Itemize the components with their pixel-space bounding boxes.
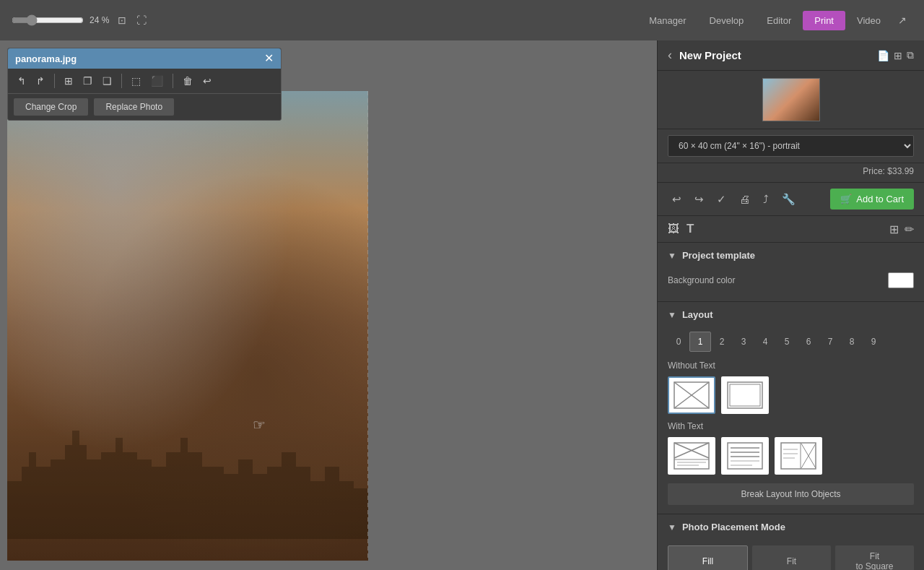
layout-text3-icon (780, 442, 816, 470)
without-text-options (668, 373, 914, 417)
canvas-area[interactable]: panorama.jpg ✕ ↰ ↱ ⊞ ❐ ❑ ⬚ ⬛ 🗑 ↩ Change … (0, 40, 657, 570)
tab-manager[interactable]: Manager (637, 11, 697, 30)
placement-fit-button[interactable]: Fit (752, 545, 831, 570)
cart-icon: 🛒 (840, 194, 852, 204)
delete-icon[interactable]: 🗑 (179, 73, 196, 89)
layout-num-6[interactable]: 6 (798, 332, 819, 352)
photo-panel-header: panorama.jpg ✕ (8, 48, 281, 69)
tab-develop[interactable]: Develop (698, 11, 756, 30)
layout-option-text-1[interactable] (668, 437, 715, 475)
check-icon[interactable]: ✓ (712, 191, 731, 208)
bg-color-swatch[interactable] (888, 272, 914, 288)
sidebar-toolbar: ↩ ↪ ✓ 🖨 ⤴ 🔧 🛒 Add to Cart (658, 183, 924, 216)
fill-icon[interactable]: ⬛ (147, 73, 167, 89)
tab-print[interactable]: Print (803, 11, 845, 30)
layout-num-7[interactable]: 7 (819, 332, 841, 352)
tool-right-icons: ⊞ ✏ (889, 223, 914, 236)
external-link-icon[interactable]: ↗ (892, 11, 912, 30)
layout-option-full-selected[interactable] (668, 376, 715, 414)
project-template-header[interactable]: ▼ Project template (658, 243, 924, 268)
rotate-right-icon[interactable]: ↱ (32, 73, 48, 89)
redo-sidebar-icon[interactable]: ↪ (690, 191, 708, 208)
layout-num-0[interactable]: 0 (668, 332, 689, 352)
zoom-slider[interactable] (12, 14, 84, 26)
back-button[interactable]: ‹ (668, 48, 672, 63)
duplicate-icon[interactable]: ⧉ (907, 49, 914, 61)
bg-color-label: Background color (668, 275, 881, 285)
photo-panel-actions: Change Crop Replace Photo (8, 94, 281, 120)
top-bar: 24 % ⊡ ⛶ Manager Develop Editor Print Vi… (0, 0, 924, 40)
layout-option-split[interactable] (721, 376, 769, 414)
layout-num-2[interactable]: 2 (711, 332, 733, 352)
toolbar-sep-3 (173, 74, 173, 88)
photo-placement-header[interactable]: ▼ Photo Placement Mode (658, 514, 924, 540)
toolbar-sep-1 (54, 74, 55, 88)
crop-icon[interactable]: ⬚ (128, 73, 144, 89)
select-icon[interactable]: ⊞ (61, 73, 77, 89)
view-mode-icons: ⊡ ⛶ (115, 13, 149, 27)
fullscreen-icon[interactable]: ⛶ (134, 13, 149, 27)
photo-panel: panorama.jpg ✕ ↰ ↱ ⊞ ❐ ❑ ⬚ ⬛ 🗑 ↩ Change … (7, 48, 282, 121)
fit-window-icon[interactable]: ⊡ (115, 13, 129, 27)
layout-num-4[interactable]: 4 (754, 332, 776, 352)
photo-placement-section: ▼ Photo Placement Mode Fill Fit Fitto Sq… (658, 514, 924, 570)
new-doc-icon[interactable]: 📄 (877, 49, 889, 61)
replace-photo-button[interactable]: Replace Photo (94, 98, 174, 116)
layout-num-1[interactable]: 1 (689, 332, 711, 352)
placement-fit-square-button[interactable]: Fitto Square (835, 545, 914, 570)
svg-rect-4 (728, 382, 762, 408)
project-template-body: Background color (658, 268, 924, 301)
copy-icon[interactable]: ❐ (79, 73, 96, 89)
break-layout-button[interactable]: Break Layout Into Objects (668, 483, 914, 505)
layout-option-text-2[interactable] (721, 437, 769, 475)
with-text-options (668, 434, 914, 478)
size-dropdown[interactable]: 60 × 40 cm (24" × 16") - portrait (668, 135, 914, 157)
pen-icon[interactable]: ✏ (905, 223, 914, 236)
layout-full-icon (674, 381, 710, 409)
background-color-row: Background color (668, 268, 914, 293)
image-tool-icon[interactable]: 🖼 (668, 223, 679, 236)
right-sidebar: ‹ New Project 📄 ⊞ ⧉ 60 × 40 cm (24" × 16… (657, 40, 924, 570)
tab-video[interactable]: Video (845, 11, 892, 30)
with-text-label: With Text (668, 417, 914, 434)
change-crop-button[interactable]: Change Crop (14, 98, 88, 116)
layout-num-9[interactable]: 9 (863, 332, 884, 352)
layout-split-icon (727, 381, 763, 409)
placement-buttons: Fill Fit Fitto Square (668, 540, 914, 570)
photo-placement-body: Fill Fit Fitto Square Alignment (658, 540, 924, 570)
nav-tabs: Manager Develop Editor Print Video ↗ (637, 11, 912, 30)
city-silhouette-svg (7, 373, 368, 561)
rotate-left-icon[interactable]: ↰ (14, 73, 30, 89)
placement-fill-button[interactable]: Fill (668, 545, 748, 570)
photo-placement-title: Photo Placement Mode (682, 522, 785, 532)
svg-rect-5 (730, 384, 760, 406)
layout-num-3[interactable]: 3 (733, 332, 754, 352)
add-to-cart-button[interactable]: 🛒 Add to Cart (830, 189, 914, 210)
paste-icon[interactable]: ❑ (99, 73, 116, 89)
undo-icon[interactable]: ↩ (199, 73, 215, 89)
project-template-section: ▼ Project template Background color (658, 243, 924, 302)
text-tool-icon[interactable]: T (687, 222, 694, 236)
layout-grid-icon[interactable]: ⊞ (889, 223, 899, 236)
layout-section-header[interactable]: ▼ Layout (658, 302, 924, 327)
project-thumbnail (762, 78, 820, 121)
price-label: Price: $33.99 (863, 166, 914, 176)
project-template-arrow: ▼ (668, 251, 676, 261)
main-layout: panorama.jpg ✕ ↰ ↱ ⊞ ❐ ❑ ⬚ ⬛ 🗑 ↩ Change … (0, 40, 924, 570)
sidebar-title: New Project (679, 49, 741, 61)
tab-editor[interactable]: Editor (755, 11, 803, 30)
layout-option-text-3[interactable] (775, 437, 822, 475)
photo-panel-title: panorama.jpg (15, 53, 77, 64)
layout-num-5[interactable]: 5 (776, 332, 798, 352)
photo-panel-close-button[interactable]: ✕ (264, 53, 274, 64)
grid-icon[interactable]: ⊞ (894, 49, 902, 61)
layout-num-8[interactable]: 8 (841, 332, 863, 352)
zoom-controls: 24 % ⊡ ⛶ (12, 13, 632, 27)
undo-sidebar-icon[interactable]: ↩ (668, 191, 686, 208)
settings-icon[interactable]: 🔧 (777, 191, 800, 208)
canvas-photo[interactable] (7, 91, 368, 561)
share-icon[interactable]: ⤴ (759, 191, 773, 207)
svg-rect-18 (781, 443, 816, 469)
print-icon[interactable]: 🖨 (735, 191, 754, 207)
layout-section-title: Layout (682, 309, 713, 320)
